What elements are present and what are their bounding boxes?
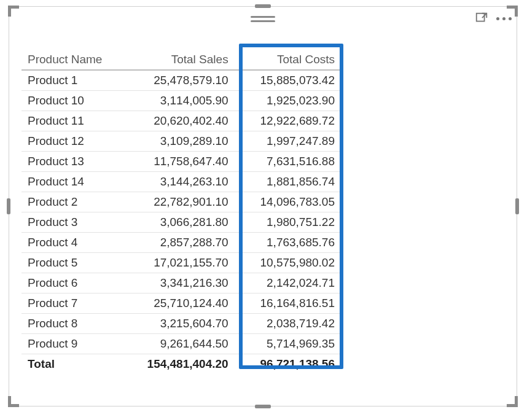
total-sales: 154,481,404.20: [128, 354, 234, 374]
cell-sales: 3,144,263.10: [128, 171, 234, 192]
cell-product: Product 2: [21, 192, 128, 212]
table-row[interactable]: Product 83,215,604.702,038,719.42: [21, 313, 341, 333]
cell-sales: 9,261,644.50: [128, 333, 234, 354]
focus-mode-icon[interactable]: [474, 10, 490, 26]
cell-product: Product 7: [21, 293, 128, 313]
table-row[interactable]: Product 103,114,005.901,925,023.90: [21, 90, 341, 111]
table-row[interactable]: Product 63,341,216.302,142,024.71: [21, 273, 341, 293]
cell-product: Product 3: [21, 212, 128, 232]
cell-sales: 3,109,289.10: [128, 131, 234, 151]
cell-costs: 2,142,024.71: [235, 273, 341, 293]
cell-sales: 3,341,216.30: [128, 273, 234, 293]
cell-sales: 11,758,647.40: [128, 151, 234, 171]
cell-sales: 25,478,579.10: [128, 70, 234, 90]
cell-costs: 1,881,856.74: [235, 171, 341, 192]
cell-costs: 5,714,969.35: [235, 333, 341, 354]
select-handle-left[interactable]: [7, 198, 10, 214]
cell-product: Product 11: [21, 111, 128, 131]
select-handle-right[interactable]: [515, 198, 519, 214]
cell-sales: 3,215,604.70: [128, 313, 234, 333]
cell-product: Product 12: [21, 131, 128, 151]
cell-sales: 17,021,155.70: [128, 252, 234, 273]
cell-costs: 15,885,073.42: [235, 70, 341, 90]
table-row[interactable]: Product 125,478,579.1015,885,073.42: [21, 70, 341, 90]
cell-costs: 1,980,751.22: [235, 212, 341, 232]
visual-header: [9, 7, 517, 34]
cell-costs: 16,164,816.51: [235, 293, 341, 313]
cell-sales: 20,620,402.40: [128, 111, 234, 131]
total-label: Total: [21, 354, 128, 374]
cell-product: Product 4: [21, 232, 128, 252]
more-options-icon[interactable]: [496, 10, 512, 26]
col-header-costs[interactable]: Total Costs: [235, 50, 341, 70]
table-row[interactable]: Product 1120,620,402.4012,922,689.72: [21, 111, 341, 131]
select-corner-br[interactable]: [507, 396, 518, 407]
cell-product: Product 5: [21, 252, 128, 273]
cell-product: Product 14: [21, 171, 128, 192]
total-costs: 96,721,138.56: [235, 354, 341, 374]
table-total-row: Total 154,481,404.20 96,721,138.56: [21, 354, 341, 374]
visual-container[interactable]: Product Name Total Sales Total Costs Pro…: [9, 6, 517, 406]
cell-costs: 2,038,719.42: [235, 313, 341, 333]
cell-sales: 2,857,288.70: [128, 232, 234, 252]
cell-sales: 22,782,901.10: [128, 192, 234, 212]
table-row[interactable]: Product 1311,758,647.407,631,516.88: [21, 151, 341, 171]
cell-costs: 7,631,516.88: [235, 151, 341, 171]
col-header-product[interactable]: Product Name: [21, 50, 128, 70]
table-row[interactable]: Product 143,144,263.101,881,856.74: [21, 171, 341, 192]
select-corner-bl[interactable]: [8, 396, 19, 407]
cell-costs: 12,922,689.72: [235, 111, 341, 131]
cell-product: Product 1: [21, 70, 128, 90]
cell-sales: 3,114,005.90: [128, 90, 234, 111]
select-handle-bottom[interactable]: [255, 405, 271, 408]
cell-product: Product 9: [21, 333, 128, 354]
table-row[interactable]: Product 725,710,124.4016,164,816.51: [21, 293, 341, 313]
cell-product: Product 8: [21, 313, 128, 333]
cell-product: Product 10: [21, 90, 128, 111]
cell-costs: 1,997,247.89: [235, 131, 341, 151]
table-row[interactable]: Product 517,021,155.7010,575,980.02: [21, 252, 341, 273]
cell-sales: 25,710,124.40: [128, 293, 234, 313]
cell-costs: 1,925,023.90: [235, 90, 341, 111]
table-visual: Product Name Total Sales Total Costs Pro…: [21, 50, 341, 374]
cell-product: Product 13: [21, 151, 128, 171]
table-row[interactable]: Product 33,066,281.801,980,751.22: [21, 212, 341, 232]
col-header-sales[interactable]: Total Sales: [128, 50, 234, 70]
cell-costs: 14,096,783.05: [235, 192, 341, 212]
table-row[interactable]: Product 42,857,288.701,763,685.76: [21, 232, 341, 252]
table-row[interactable]: Product 222,782,901.1014,096,783.05: [21, 192, 341, 212]
cell-costs: 10,575,980.02: [235, 252, 341, 273]
drag-grip-icon[interactable]: [251, 16, 275, 22]
table-row[interactable]: Product 99,261,644.505,714,969.35: [21, 333, 341, 354]
cell-sales: 3,066,281.80: [128, 212, 234, 232]
cell-product: Product 6: [21, 273, 128, 293]
cell-costs: 1,763,685.76: [235, 232, 341, 252]
table-row[interactable]: Product 123,109,289.101,997,247.89: [21, 131, 341, 151]
